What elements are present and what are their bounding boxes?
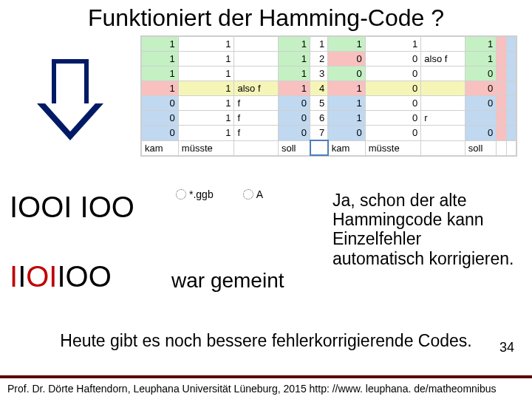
cell bbox=[497, 81, 506, 96]
cell: f bbox=[234, 126, 279, 141]
cell bbox=[421, 126, 466, 141]
col-header: soll bbox=[278, 140, 310, 155]
cell: 1 bbox=[178, 66, 234, 81]
cell bbox=[234, 37, 279, 52]
cell: 1 bbox=[278, 52, 310, 66]
down-arrow-icon bbox=[37, 59, 103, 163]
cell: 0 bbox=[365, 96, 421, 111]
cell bbox=[506, 111, 516, 126]
footer-credits: Prof. Dr. Dörte Haftendorn, Leuphana Uni… bbox=[0, 375, 532, 399]
cell: 0 bbox=[465, 96, 496, 111]
cell bbox=[234, 66, 279, 81]
received-code: IOOI IOO bbox=[10, 191, 134, 224]
page-number: 34 bbox=[499, 340, 514, 355]
cell bbox=[421, 37, 466, 52]
col-header: müsste bbox=[178, 140, 234, 155]
cell bbox=[421, 96, 466, 111]
cell: 1 bbox=[328, 37, 366, 52]
ggb-label: *.ggb bbox=[189, 188, 214, 200]
file-icons: *.ggb A bbox=[176, 188, 263, 200]
cell bbox=[506, 37, 516, 52]
cell: 1 bbox=[328, 96, 366, 111]
cell: 0 bbox=[328, 66, 366, 81]
explanation-text: Ja, schon der alte Hammingcode kann Einz… bbox=[332, 191, 517, 268]
cell: 1 bbox=[278, 37, 310, 52]
cell bbox=[506, 81, 516, 96]
bottom-note: Heute gibt es noch bessere fehlerkorrigi… bbox=[30, 331, 502, 351]
slide-title: Funktioniert der Hamming-Code ? bbox=[0, 0, 532, 33]
cell bbox=[421, 81, 466, 96]
cell: also f bbox=[421, 52, 466, 66]
cell: 1 bbox=[178, 96, 234, 111]
cell: also f bbox=[234, 81, 279, 96]
cell: 2 bbox=[310, 52, 328, 66]
cell bbox=[497, 111, 506, 126]
cell: 1 bbox=[178, 111, 234, 126]
cell: 0 bbox=[142, 111, 179, 126]
cell: 1 bbox=[142, 37, 179, 52]
cell: 1 bbox=[278, 66, 310, 81]
cell: 0 bbox=[278, 96, 310, 111]
cell: f bbox=[234, 111, 279, 126]
cell bbox=[421, 66, 466, 81]
cell: 0 bbox=[365, 66, 421, 81]
cell bbox=[506, 96, 516, 111]
cell bbox=[497, 126, 506, 141]
cell: 1 bbox=[328, 111, 366, 126]
cell: 0 bbox=[365, 126, 421, 141]
cell: 0 bbox=[365, 111, 421, 126]
cell bbox=[497, 66, 506, 81]
col-header: kam bbox=[328, 140, 366, 155]
cell: 0 bbox=[142, 126, 179, 141]
cell: 1 bbox=[328, 81, 366, 96]
a-label: A bbox=[256, 188, 263, 200]
cell: 0 bbox=[278, 126, 310, 141]
cell: 0 bbox=[365, 52, 421, 66]
cell: 1 bbox=[142, 52, 179, 66]
col-header: müsste bbox=[365, 140, 421, 155]
cell: 0 bbox=[328, 126, 366, 141]
circle-icon bbox=[176, 189, 186, 200]
cell: 0 bbox=[142, 96, 179, 111]
cell bbox=[506, 66, 516, 81]
circle-icon bbox=[243, 189, 253, 200]
cell: r bbox=[421, 111, 466, 126]
cell bbox=[497, 52, 506, 66]
cell: 6 bbox=[310, 111, 328, 126]
hamming-table: 1 1 1 1 1 1 1 1 1 1 2 0 0 also f 1 1 1 1… bbox=[140, 35, 517, 157]
cell: 1 bbox=[178, 37, 234, 52]
cell: 1 bbox=[310, 37, 328, 52]
cell bbox=[506, 126, 516, 141]
col-header: kam bbox=[142, 140, 179, 155]
cell: 4 bbox=[310, 81, 328, 96]
focused-cell bbox=[310, 140, 328, 155]
cell: 0 bbox=[465, 81, 496, 96]
cell: 5 bbox=[310, 96, 328, 111]
cell: 1 bbox=[142, 66, 179, 81]
cell: 7 bbox=[310, 126, 328, 141]
cell bbox=[497, 96, 506, 111]
cell: 1 bbox=[365, 37, 421, 52]
cell: 1 bbox=[142, 81, 179, 96]
cell bbox=[465, 111, 496, 126]
meant-label: war gemeint bbox=[171, 269, 284, 293]
cell: 0 bbox=[328, 52, 366, 66]
cell bbox=[234, 52, 279, 66]
ggb-file-icon: *.ggb bbox=[176, 188, 214, 200]
cell: 3 bbox=[310, 66, 328, 81]
cell bbox=[497, 37, 506, 52]
col-header: soll bbox=[465, 140, 496, 155]
cell: 0 bbox=[465, 66, 496, 81]
cell: 1 bbox=[465, 52, 496, 66]
cell bbox=[506, 52, 516, 66]
cell: 1 bbox=[178, 81, 234, 96]
cell: 1 bbox=[178, 126, 234, 141]
cell: 0 bbox=[365, 81, 421, 96]
cell: 1 bbox=[278, 81, 310, 96]
cell: f bbox=[234, 96, 279, 111]
point-a-icon: A bbox=[243, 188, 263, 200]
cell: 1 bbox=[465, 37, 496, 52]
cell: 0 bbox=[465, 126, 496, 141]
intended-code: I I OI IOO bbox=[10, 260, 112, 293]
cell: 1 bbox=[178, 52, 234, 66]
